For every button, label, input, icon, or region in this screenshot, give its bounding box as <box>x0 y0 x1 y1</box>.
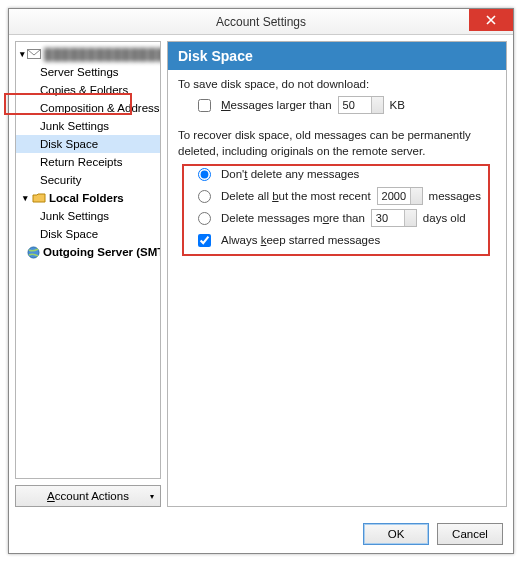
titlebar: Account Settings <box>9 9 513 35</box>
save-space-text: To save disk space, do not download: <box>178 78 496 90</box>
sidebar-item-security[interactable]: Security <box>16 171 160 189</box>
globe-icon <box>27 245 40 259</box>
sidebar-item-composition[interactable]: Composition & Addressing <box>16 99 160 117</box>
account-settings-window: Account Settings ▾ ████████████████ Serv… <box>8 8 514 554</box>
ok-button[interactable]: OK <box>363 523 429 545</box>
mail-icon <box>27 47 41 61</box>
radio-dont-delete[interactable] <box>198 168 211 181</box>
sidebar-item-local-diskspace[interactable]: Disk Space <box>16 225 160 243</box>
content-panel: Disk Space To save disk space, do not do… <box>167 41 507 507</box>
folder-icon <box>32 191 46 205</box>
cancel-button[interactable]: Cancel <box>437 523 503 545</box>
radio-delete-recent[interactable] <box>198 190 211 203</box>
radio-delete-recent-label: Delete all but the most recent <box>221 190 371 202</box>
dialog-footer: OK Cancel <box>9 513 513 553</box>
account-actions-button[interactable]: Account Actions ▾ <box>15 485 161 507</box>
dropdown-icon: ▾ <box>150 492 154 501</box>
radio-delete-older-label: Delete messages more than <box>221 212 365 224</box>
twisty-icon[interactable]: ▾ <box>20 193 30 203</box>
sidebar-item-return-receipts[interactable]: Return Receipts <box>16 153 160 171</box>
tree-local-folders[interactable]: ▾ Local Folders <box>16 189 160 207</box>
page-title: Disk Space <box>168 42 506 70</box>
recover-text: To recover disk space, old messages can … <box>178 128 496 159</box>
twisty-icon[interactable]: ▾ <box>20 49 25 59</box>
messages-larger-label: Messages larger than <box>221 99 332 111</box>
sidebar: ▾ ████████████████ Server Settings Copie… <box>15 41 161 507</box>
tree-account-root[interactable]: ▾ ████████████████ <box>16 45 160 63</box>
size-spinbox[interactable]: 50 ▲▼ <box>338 96 384 114</box>
keep-starred-checkbox[interactable] <box>198 234 211 247</box>
sidebar-item-junk[interactable]: Junk Settings <box>16 117 160 135</box>
recent-count-spinbox[interactable]: 2000 ▲▼ <box>377 187 423 205</box>
messages-larger-checkbox[interactable] <box>198 99 211 112</box>
tree-smtp[interactable]: ▾ Outgoing Server (SMTP) <box>16 243 160 261</box>
sidebar-item-local-junk[interactable]: Junk Settings <box>16 207 160 225</box>
account-tree[interactable]: ▾ ████████████████ Server Settings Copie… <box>15 41 161 479</box>
smtp-label: Outgoing Server (SMTP) <box>43 246 161 258</box>
radio-delete-older[interactable] <box>198 212 211 225</box>
days-spinbox[interactable]: 30 ▲▼ <box>371 209 417 227</box>
size-unit: KB <box>390 99 405 111</box>
sidebar-item-server-settings[interactable]: Server Settings <box>16 63 160 81</box>
close-button[interactable] <box>469 9 513 31</box>
local-folders-label: Local Folders <box>49 192 124 204</box>
close-icon <box>486 15 496 25</box>
sidebar-item-disk-space[interactable]: Disk Space <box>16 135 160 153</box>
account-name-label: ████████████████ <box>44 48 161 60</box>
keep-starred-label: Always keep starred messages <box>221 234 380 246</box>
sidebar-item-copies-folders[interactable]: Copies & Folders <box>16 81 160 99</box>
window-title: Account Settings <box>216 15 306 29</box>
radio-dont-delete-label: Don't delete any messages <box>221 168 359 180</box>
